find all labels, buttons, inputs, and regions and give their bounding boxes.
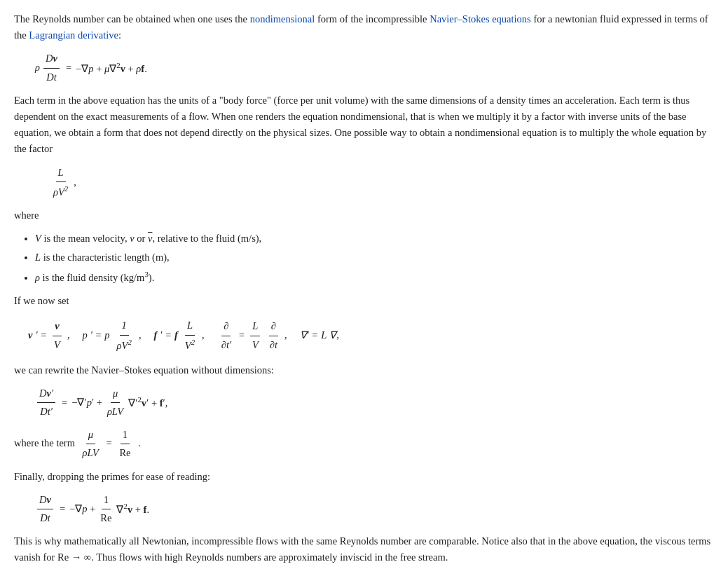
dimensionless-equation: Dv′ Dt′ = −∇′p′ + μ ρLV ∇′2v′ + f′, [35, 385, 714, 420]
nondimensional-link[interactable]: nondimensional [250, 13, 315, 25]
formula-p-prime: p′ = p 1 ρV2 , [83, 317, 142, 353]
factor-fraction: L ρV2 , [49, 165, 714, 200]
if-we-now-set: If we now set [14, 293, 714, 309]
where-term: where the term μ ρLV = 1 Re . [14, 427, 714, 461]
final-equation: Dv Dt = −∇p + 1 Re ∇2v + f. [35, 492, 714, 526]
bullet-list: V is the mean velocity, v or v, relative… [35, 231, 714, 286]
finally-label: Finally, dropping the primes for ease of… [14, 469, 714, 485]
substitution-formulas: v′ = v V , p′ = p 1 ρV2 , f′ = f L V2 , [28, 317, 714, 353]
formula-v-prime: v′ = v V , [28, 318, 70, 352]
where-label: where [14, 207, 714, 224]
rewrite-label: we can rewrite the Navier–Stokes equatio… [14, 362, 714, 378]
main-equation: ρ Dv Dt = −∇p + μ∇2v + ρf. [35, 50, 714, 85]
formula-f-prime: f′ = f L V2 , [154, 317, 205, 353]
navier-stokes-link[interactable]: Navier–Stokes equations [430, 13, 531, 25]
formula-nabla-prime: ∇′ = L∇, [300, 327, 339, 343]
intro-paragraph: The Reynolds number can be obtained when… [14, 11, 714, 43]
lagrangian-link[interactable]: Lagrangian derivative [29, 29, 118, 41]
bullet-item-rho: ρ is the fluid density (kg/m3). [35, 268, 714, 286]
conclusion-paragraph: This is why mathematically all Newtonian… [14, 533, 714, 565]
body-paragraph: Each term in the above equation has the … [14, 92, 714, 158]
bullet-item-v: V is the mean velocity, v or v, relative… [35, 231, 714, 247]
bullet-item-l: L is the characteristic length (m), [35, 249, 714, 266]
formula-partial-t: ∂ ∂t′ = L V ∂ ∂t , [217, 318, 287, 352]
content-area: The Reynolds number can be obtained when… [14, 11, 714, 566]
